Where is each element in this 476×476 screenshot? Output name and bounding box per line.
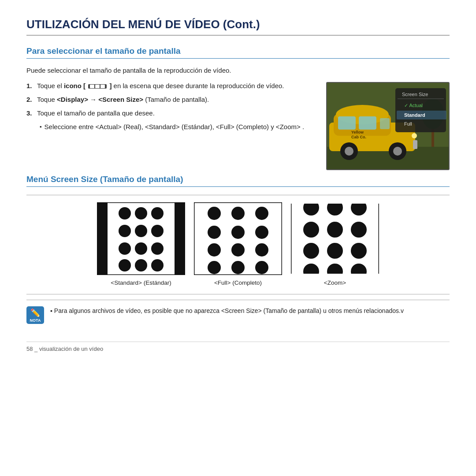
bullet-list: Seleccione entre <Actual> (Real), <Stand… xyxy=(26,123,313,130)
step2-text: Toque <Display> → <Screen Size> (Tamaño … xyxy=(37,96,209,103)
content-area: 1. Toque el icono [ ] en la escena que d… xyxy=(26,82,450,170)
svg-point-53 xyxy=(231,261,245,274)
steps-area: 1. Toque el icono [ ] en la escena que d… xyxy=(26,82,313,132)
svg-point-60 xyxy=(303,222,319,238)
step1-text: Toque el icono [ ] en la escena que dese… xyxy=(37,82,284,89)
footer: 58 _ visualización de un vídeo xyxy=(26,342,450,352)
step-2: 2. Toque <Display> → <Screen Size> (Tama… xyxy=(26,96,313,103)
svg-point-39 xyxy=(135,259,147,271)
section1-title: Para seleccionar el tamaño de pantalla xyxy=(26,46,450,59)
svg-rect-6 xyxy=(359,116,376,130)
zoom-label: <Zoom> xyxy=(324,279,346,286)
full-label: <Full> (Completo) xyxy=(214,279,262,286)
svg-point-12 xyxy=(412,133,417,138)
svg-rect-26 xyxy=(97,202,108,275)
diagram-zoom: <Zoom> xyxy=(291,202,379,286)
svg-text:Cab Co.: Cab Co. xyxy=(351,135,366,139)
svg-point-35 xyxy=(119,242,131,255)
intro-text: Puede seleccionar el tamaño de pantalla … xyxy=(26,67,450,74)
main-title: UTILIZACIÓN DEL MENÚ DE VÍDEO (Cont.) xyxy=(26,18,450,36)
bullet-item: Seleccione entre <Actual> (Real), <Stand… xyxy=(40,123,313,130)
svg-point-47 xyxy=(231,226,245,239)
step1-num: 1. xyxy=(26,82,34,89)
note-section: ✏️ NOTA ▪ Para algunos archivos de vídeo… xyxy=(26,300,450,324)
svg-rect-69 xyxy=(291,202,379,204)
svg-point-11 xyxy=(393,147,402,156)
svg-point-9 xyxy=(345,147,353,156)
svg-text:Full: Full xyxy=(404,121,412,126)
svg-point-45 xyxy=(255,207,268,220)
steps-list: 1. Toque el icono [ ] en la escena que d… xyxy=(26,82,313,117)
svg-point-43 xyxy=(208,207,221,220)
svg-point-65 xyxy=(351,243,367,259)
diagram-full: <Full> (Completo) xyxy=(194,202,282,286)
svg-point-46 xyxy=(208,226,221,239)
svg-rect-27 xyxy=(175,202,185,275)
svg-point-51 xyxy=(255,243,268,257)
step-1: 1. Toque el icono [ ] en la escena que d… xyxy=(26,82,313,89)
svg-point-50 xyxy=(231,243,245,257)
svg-text:Screen Size: Screen Size xyxy=(402,92,428,97)
note-icon: ✏️ NOTA xyxy=(26,306,44,324)
svg-point-33 xyxy=(135,225,147,237)
svg-point-32 xyxy=(119,225,131,237)
svg-point-34 xyxy=(151,225,164,237)
bullet-text: Seleccione entre <Actual> (Real), <Stand… xyxy=(45,123,304,130)
standard-diagram-svg xyxy=(97,202,185,275)
standard-label: <Standard> (Estándar) xyxy=(111,279,171,286)
svg-point-52 xyxy=(208,261,221,274)
note-bullet: ▪ xyxy=(50,307,54,314)
svg-point-49 xyxy=(208,243,221,257)
svg-text:Yellow: Yellow xyxy=(351,130,364,134)
note-text: ▪ Para algunos archivos de vídeo, es pos… xyxy=(50,306,404,316)
section2-title: Menú Screen Size (Tamaño de pantalla) xyxy=(26,175,450,187)
svg-point-37 xyxy=(151,242,164,255)
step3-num: 3. xyxy=(26,109,34,117)
svg-point-64 xyxy=(327,243,343,259)
svg-point-62 xyxy=(351,222,367,238)
svg-text:Standard: Standard xyxy=(404,112,425,118)
svg-point-54 xyxy=(255,261,268,274)
svg-point-31 xyxy=(151,207,164,219)
svg-point-36 xyxy=(135,242,147,255)
svg-point-63 xyxy=(303,243,319,259)
svg-text:✓ Actual: ✓ Actual xyxy=(404,103,423,108)
diagram-standard: <Standard> (Estándar) xyxy=(97,202,185,286)
svg-point-44 xyxy=(231,207,245,220)
svg-rect-5 xyxy=(338,116,356,130)
icon-box xyxy=(88,84,107,89)
svg-rect-70 xyxy=(291,274,379,275)
step2-num: 2. xyxy=(26,96,34,103)
svg-rect-7 xyxy=(380,118,390,129)
pencil-icon: ✏️ xyxy=(30,308,40,318)
svg-point-48 xyxy=(255,226,268,239)
car-scene-svg: Yellow Cab Co. Screen Size ✓ Actual Stan… xyxy=(327,83,450,170)
svg-point-38 xyxy=(119,259,131,271)
diagrams-section: <Standard> (Estándar) xyxy=(26,195,450,294)
svg-point-29 xyxy=(119,207,131,219)
step-3: 3. Toque el tamaño de pantalla que desee… xyxy=(26,109,313,117)
svg-rect-13 xyxy=(413,140,417,149)
svg-point-30 xyxy=(135,207,147,219)
note-content: Para algunos archivos de vídeo, es posib… xyxy=(54,307,404,314)
video-screenshot: Yellow Cab Co. Screen Size ✓ Actual Stan… xyxy=(326,82,450,170)
svg-point-61 xyxy=(327,222,343,238)
step3-text: Toque el tamaño de pantalla que desee. xyxy=(37,109,155,117)
full-diagram-svg xyxy=(194,202,282,275)
zoom-diagram-svg xyxy=(291,202,379,275)
diagrams-row: <Standard> (Estándar) xyxy=(26,202,450,286)
nota-label: NOTA xyxy=(30,318,41,323)
svg-point-40 xyxy=(151,259,164,271)
